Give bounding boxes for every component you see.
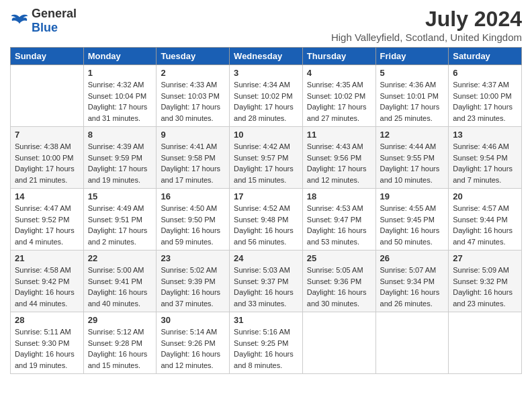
calendar-cell: 13Sunrise: 4:46 AM Sunset: 9:54 PM Dayli…	[449, 127, 522, 189]
calendar-cell: 29Sunrise: 5:12 AM Sunset: 9:28 PM Dayli…	[83, 312, 157, 374]
day-number: 7	[15, 130, 79, 140]
day-number: 20	[453, 191, 517, 201]
calendar-cell: 3Sunrise: 4:34 AM Sunset: 10:02 PM Dayli…	[230, 65, 303, 127]
calendar-cell: 22Sunrise: 5:00 AM Sunset: 9:41 PM Dayli…	[83, 250, 157, 312]
calendar-cell: 9Sunrise: 4:41 AM Sunset: 9:58 PM Daylig…	[157, 127, 230, 189]
calendar-cell: 4Sunrise: 4:35 AM Sunset: 10:02 PM Dayli…	[302, 65, 375, 127]
day-info: Sunrise: 4:55 AM Sunset: 9:45 PM Dayligh…	[380, 203, 445, 247]
day-header-monday: Monday	[83, 48, 157, 65]
calendar-cell: 8Sunrise: 4:39 AM Sunset: 9:59 PM Daylig…	[83, 127, 157, 189]
logo-icon	[10, 13, 29, 28]
calendar-cell: 26Sunrise: 5:07 AM Sunset: 9:34 PM Dayli…	[375, 250, 449, 312]
day-info: Sunrise: 4:50 AM Sunset: 9:50 PM Dayligh…	[161, 203, 225, 247]
day-number: 9	[161, 130, 225, 140]
day-number: 8	[88, 130, 152, 140]
calendar-cell	[375, 312, 449, 374]
calendar-cell: 16Sunrise: 4:50 AM Sunset: 9:50 PM Dayli…	[157, 189, 230, 250]
calendar-cell: 18Sunrise: 4:53 AM Sunset: 9:47 PM Dayli…	[302, 189, 375, 250]
calendar-cell	[11, 65, 84, 127]
day-info: Sunrise: 4:46 AM Sunset: 9:54 PM Dayligh…	[453, 141, 517, 185]
day-header-friday: Friday	[375, 48, 449, 65]
day-number: 21	[15, 253, 79, 263]
day-info: Sunrise: 4:36 AM Sunset: 10:01 PM Daylig…	[380, 79, 445, 124]
calendar-cell: 21Sunrise: 4:58 AM Sunset: 9:42 PM Dayli…	[11, 250, 84, 312]
day-header-tuesday: Tuesday	[157, 48, 230, 65]
day-number: 16	[161, 191, 225, 201]
day-number: 12	[380, 130, 445, 140]
calendar-cell: 20Sunrise: 4:57 AM Sunset: 9:44 PM Dayli…	[449, 189, 522, 250]
day-info: Sunrise: 4:53 AM Sunset: 9:47 PM Dayligh…	[307, 203, 371, 247]
day-info: Sunrise: 4:44 AM Sunset: 9:55 PM Dayligh…	[380, 141, 445, 185]
calendar-cell: 14Sunrise: 4:47 AM Sunset: 9:52 PM Dayli…	[11, 189, 84, 250]
day-number: 11	[307, 130, 371, 140]
day-info: Sunrise: 4:42 AM Sunset: 9:57 PM Dayligh…	[234, 141, 298, 185]
day-header-wednesday: Wednesday	[230, 48, 303, 65]
day-number: 28	[15, 315, 79, 325]
calendar-cell: 2Sunrise: 4:33 AM Sunset: 10:03 PM Dayli…	[157, 65, 230, 127]
page-header: General Blue July 2024 High Valleyfield,…	[10, 7, 522, 43]
day-number: 4	[307, 68, 371, 78]
calendar-cell: 5Sunrise: 4:36 AM Sunset: 10:01 PM Dayli…	[375, 65, 449, 127]
day-info: Sunrise: 4:33 AM Sunset: 10:03 PM Daylig…	[161, 79, 225, 124]
day-info: Sunrise: 5:02 AM Sunset: 9:39 PM Dayligh…	[161, 265, 225, 309]
day-number: 31	[234, 315, 298, 325]
day-number: 19	[380, 191, 445, 201]
day-number: 10	[234, 130, 298, 140]
day-info: Sunrise: 4:49 AM Sunset: 9:51 PM Dayligh…	[88, 203, 152, 247]
day-info: Sunrise: 4:43 AM Sunset: 9:56 PM Dayligh…	[307, 141, 371, 185]
day-number: 13	[453, 130, 517, 140]
day-info: Sunrise: 5:16 AM Sunset: 9:25 PM Dayligh…	[234, 326, 298, 371]
day-number: 23	[161, 253, 225, 263]
calendar-cell: 1Sunrise: 4:32 AM Sunset: 10:04 PM Dayli…	[83, 65, 157, 127]
subtitle: High Valleyfield, Scotland, United Kingd…	[331, 32, 522, 43]
day-number: 22	[88, 253, 152, 263]
day-number: 17	[234, 191, 298, 201]
day-number: 15	[88, 191, 152, 201]
calendar-cell: 12Sunrise: 4:44 AM Sunset: 9:55 PM Dayli…	[375, 127, 449, 189]
day-info: Sunrise: 5:05 AM Sunset: 9:36 PM Dayligh…	[307, 265, 371, 309]
day-number: 26	[380, 253, 445, 263]
day-info: Sunrise: 4:41 AM Sunset: 9:58 PM Dayligh…	[161, 141, 225, 185]
logo-text-blue: Blue	[32, 21, 58, 34]
calendar-cell: 6Sunrise: 4:37 AM Sunset: 10:00 PM Dayli…	[449, 65, 522, 127]
day-info: Sunrise: 4:38 AM Sunset: 10:00 PM Daylig…	[15, 141, 79, 185]
day-number: 2	[161, 68, 225, 78]
calendar-cell: 7Sunrise: 4:38 AM Sunset: 10:00 PM Dayli…	[11, 127, 84, 189]
day-number: 30	[161, 315, 225, 325]
day-number: 24	[234, 253, 298, 263]
day-number: 25	[307, 253, 371, 263]
main-title: July 2024	[331, 7, 522, 32]
calendar-cell	[302, 312, 375, 374]
calendar-table: SundayMondayTuesdayWednesdayThursdayFrid…	[10, 47, 522, 374]
day-number: 5	[380, 68, 445, 78]
calendar-cell: 30Sunrise: 5:14 AM Sunset: 9:26 PM Dayli…	[157, 312, 230, 374]
day-info: Sunrise: 4:47 AM Sunset: 9:52 PM Dayligh…	[15, 203, 79, 247]
day-info: Sunrise: 4:58 AM Sunset: 9:42 PM Dayligh…	[15, 265, 79, 309]
day-info: Sunrise: 4:37 AM Sunset: 10:00 PM Daylig…	[453, 79, 517, 124]
day-header-thursday: Thursday	[302, 48, 375, 65]
day-info: Sunrise: 5:07 AM Sunset: 9:34 PM Dayligh…	[380, 265, 445, 309]
calendar-cell: 19Sunrise: 4:55 AM Sunset: 9:45 PM Dayli…	[375, 189, 449, 250]
calendar-cell: 17Sunrise: 4:52 AM Sunset: 9:48 PM Dayli…	[230, 189, 303, 250]
calendar-cell: 28Sunrise: 5:11 AM Sunset: 9:30 PM Dayli…	[11, 312, 84, 374]
calendar-cell: 10Sunrise: 4:42 AM Sunset: 9:57 PM Dayli…	[230, 127, 303, 189]
day-info: Sunrise: 5:11 AM Sunset: 9:30 PM Dayligh…	[15, 326, 79, 371]
calendar-cell: 11Sunrise: 4:43 AM Sunset: 9:56 PM Dayli…	[302, 127, 375, 189]
day-info: Sunrise: 4:32 AM Sunset: 10:04 PM Daylig…	[88, 79, 152, 124]
calendar-cell: 23Sunrise: 5:02 AM Sunset: 9:39 PM Dayli…	[157, 250, 230, 312]
day-info: Sunrise: 4:34 AM Sunset: 10:02 PM Daylig…	[234, 79, 298, 124]
day-info: Sunrise: 5:14 AM Sunset: 9:26 PM Dayligh…	[161, 326, 225, 371]
day-number: 27	[453, 253, 517, 263]
day-info: Sunrise: 4:52 AM Sunset: 9:48 PM Dayligh…	[234, 203, 298, 247]
day-number: 14	[15, 191, 79, 201]
day-info: Sunrise: 5:12 AM Sunset: 9:28 PM Dayligh…	[88, 326, 152, 371]
title-area: July 2024 High Valleyfield, Scotland, Un…	[331, 7, 522, 43]
calendar-cell: 24Sunrise: 5:03 AM Sunset: 9:37 PM Dayli…	[230, 250, 303, 312]
day-header-saturday: Saturday	[449, 48, 522, 65]
day-info: Sunrise: 5:00 AM Sunset: 9:41 PM Dayligh…	[88, 265, 152, 309]
logo-text-general: General	[32, 7, 77, 20]
day-info: Sunrise: 5:09 AM Sunset: 9:32 PM Dayligh…	[453, 265, 517, 309]
calendar-cell	[449, 312, 522, 374]
day-number: 18	[307, 191, 371, 201]
calendar-cell: 31Sunrise: 5:16 AM Sunset: 9:25 PM Dayli…	[230, 312, 303, 374]
